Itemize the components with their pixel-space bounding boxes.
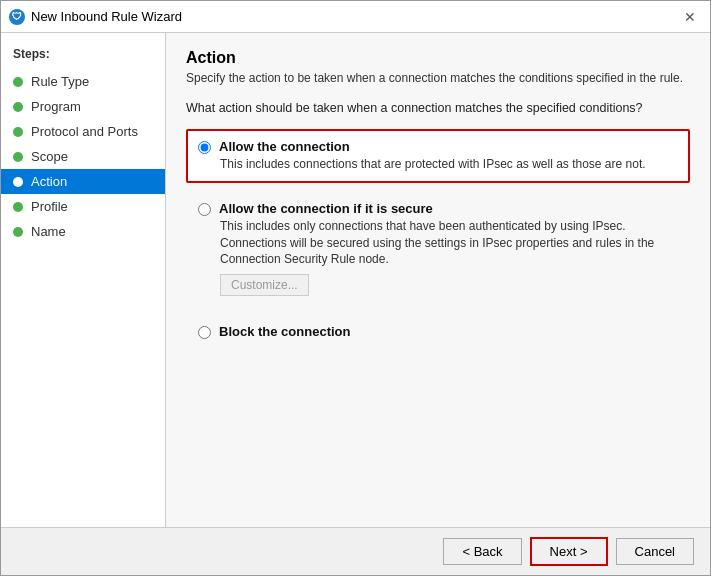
page-subtitle: Specify the action to be taken when a co… (186, 71, 690, 85)
step-dot-2 (13, 102, 23, 112)
sidebar-item-rule-type[interactable]: Rule Type (1, 69, 165, 94)
sidebar-item-program[interactable]: Program (1, 94, 165, 119)
option-label-3[interactable]: Block the connection (219, 324, 350, 339)
step-dot-6 (13, 202, 23, 212)
option-label-1[interactable]: Allow the connection (219, 139, 350, 154)
next-button[interactable]: Next > (530, 537, 608, 566)
sidebar-item-action[interactable]: Action (1, 169, 165, 194)
question-text: What action should be taken when a conne… (186, 101, 690, 115)
radio-allow-secure[interactable] (198, 203, 211, 216)
title-bar-left: 🛡 New Inbound Rule Wizard (9, 9, 182, 25)
footer: < Back Next > Cancel (1, 527, 710, 575)
radio-block[interactable] (198, 326, 211, 339)
radio-allow[interactable] (198, 141, 211, 154)
close-button[interactable]: ✕ (678, 5, 702, 29)
customize-button[interactable]: Customize... (220, 274, 309, 296)
step-dot-4 (13, 152, 23, 162)
step-dot-3 (13, 127, 23, 137)
back-button[interactable]: < Back (443, 538, 521, 565)
option-row-2: Allow the connection if it is secure (198, 201, 678, 216)
step-dot-7 (13, 227, 23, 237)
sidebar-item-name[interactable]: Name (1, 219, 165, 244)
sidebar-label-2: Program (31, 99, 81, 114)
content-area: Steps: Rule Type Program Protocol and Po… (1, 33, 710, 527)
main-window: 🛡 New Inbound Rule Wizard ✕ Steps: Rule … (0, 0, 711, 576)
title-bar: 🛡 New Inbound Rule Wizard ✕ (1, 1, 710, 33)
option-row-3: Block the connection (198, 324, 678, 339)
page-title: Action (186, 49, 690, 67)
sidebar-item-profile[interactable]: Profile (1, 194, 165, 219)
step-dot-5 (13, 177, 23, 187)
sidebar-item-protocol-ports[interactable]: Protocol and Ports (1, 119, 165, 144)
main-panel: Action Specify the action to be taken wh… (166, 33, 710, 527)
sidebar: Steps: Rule Type Program Protocol and Po… (1, 33, 166, 527)
option-row-1: Allow the connection (198, 139, 678, 154)
sidebar-label-5: Action (31, 174, 67, 189)
option-block-allow: Allow the connection This includes conne… (186, 129, 690, 183)
window-icon: 🛡 (9, 9, 25, 25)
sidebar-label-4: Scope (31, 149, 68, 164)
option-block-block: Block the connection (186, 314, 690, 349)
sidebar-item-scope[interactable]: Scope (1, 144, 165, 169)
option-desc-1: This includes connections that are prote… (220, 156, 678, 173)
window-title: New Inbound Rule Wizard (31, 9, 182, 24)
sidebar-label-6: Profile (31, 199, 68, 214)
cancel-button[interactable]: Cancel (616, 538, 694, 565)
option-block-allow-secure: Allow the connection if it is secure Thi… (186, 191, 690, 306)
option-desc-2: This includes only connections that have… (220, 218, 678, 268)
step-dot-1 (13, 77, 23, 87)
sidebar-header: Steps: (1, 43, 165, 69)
sidebar-label-1: Rule Type (31, 74, 89, 89)
option-label-2[interactable]: Allow the connection if it is secure (219, 201, 433, 216)
sidebar-label-7: Name (31, 224, 66, 239)
sidebar-label-3: Protocol and Ports (31, 124, 138, 139)
